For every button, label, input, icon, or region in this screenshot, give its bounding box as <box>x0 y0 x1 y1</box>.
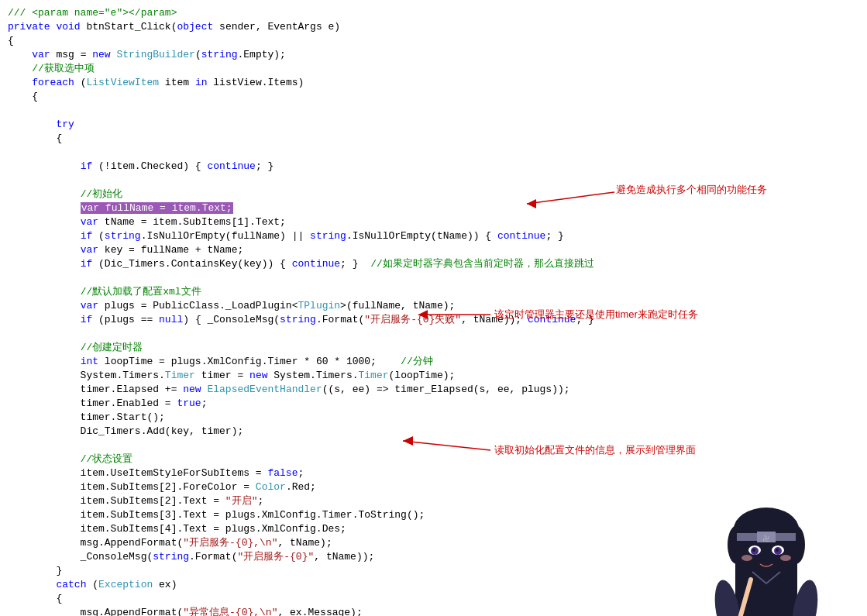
code-line: if (string.IsNullOrEmpty(fullName) || st… <box>8 229 867 243</box>
code-line: if (!item.Checked) { continue; } <box>8 160 867 174</box>
code-line: { <box>8 34 867 48</box>
code-line: int loopTime = plugs.XmlConfig.Timer * 6… <box>8 355 867 369</box>
code-line: var tName = item.SubItems[1].Text; <box>8 215 867 229</box>
code-line: var key = fullName + tName; <box>8 243 867 257</box>
code-line: { <box>8 132 867 146</box>
code-line <box>8 104 867 118</box>
code-line: var plugs = PublicClass._LoadPlugin<TPlu… <box>8 299 867 313</box>
code-line: private void btnStart_Click(object sende… <box>8 20 867 34</box>
annotation-3: 读取初始化配置文件的信息，展示到管理界面 <box>494 443 696 457</box>
code-line <box>8 327 867 341</box>
code-area: 避免造成执行多个相同的功能任务 该定时管理器主要还是使用timer来跑定时任务 … <box>0 0 867 616</box>
code-line: var fullName = item.Text; <box>8 201 867 215</box>
code-line: //创建定时器 <box>8 341 867 355</box>
code-line: timer.Enabled = true; <box>8 397 867 411</box>
svg-point-21 <box>780 555 791 561</box>
annotation-2: 该定时管理器主要还是使用timer来跑定时任务 <box>494 308 698 322</box>
code-line <box>8 271 867 285</box>
code-line: try <box>8 118 867 132</box>
svg-text:卍: 卍 <box>763 535 769 542</box>
code-line: var msg = new StringBuilder(string.Empty… <box>8 48 867 62</box>
svg-point-20 <box>741 555 752 561</box>
code-line: if (Dic_Timers.ContainsKey(key)) { conti… <box>8 257 867 271</box>
code-line: /// <param name="e"></param> <box>8 6 867 20</box>
code-line: if (plugs == null) { _ConsoleMsg(string.… <box>8 313 867 327</box>
code-line: { <box>8 90 867 104</box>
code-line: //获取选中项 <box>8 62 867 76</box>
annotation-1: 避免造成执行多个相同的功能任务 <box>616 183 767 197</box>
code-line: //默认加载了配置xml文件 <box>8 285 867 299</box>
code-line: timer.Elapsed += new ElapsedEventHandler… <box>8 383 867 397</box>
character-illustration: 卍 <box>689 417 844 616</box>
code-line: System.Timers.Timer timer = new System.T… <box>8 369 867 383</box>
code-line: foreach (ListViewItem item in listView.I… <box>8 76 867 90</box>
svg-point-18 <box>752 549 755 552</box>
svg-point-19 <box>776 549 779 552</box>
code-line <box>8 146 867 160</box>
